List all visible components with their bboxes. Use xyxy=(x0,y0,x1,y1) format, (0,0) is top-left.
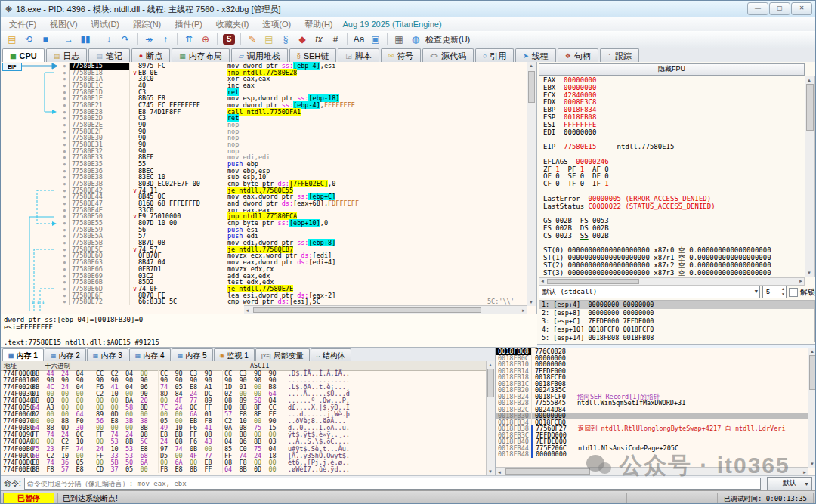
hash-icon[interactable]: # xyxy=(328,32,343,46)
register-line[interactable]: LastStatus C0000022 (STATUS_ACCESS_DENIE… xyxy=(543,203,803,211)
bookmarks-icon[interactable]: § xyxy=(278,32,293,46)
pause-icon[interactable]: ▮▮ xyxy=(78,32,93,46)
menu-item-7[interactable]: 帮助(H) xyxy=(298,20,339,29)
menu-item-2[interactable]: 调试(D) xyxy=(85,20,126,29)
dump-tab-icon: ▦ xyxy=(178,350,184,361)
disasm-row[interactable]: ●77580E72 66:833E 5Ccmp word ptr ds:[esi… xyxy=(1,298,527,305)
dump-tab-结构体[interactable]: ∷结构体 xyxy=(311,348,351,361)
update-label[interactable]: 检查更新(U) xyxy=(425,34,470,45)
dump-tab-内存 2[interactable]: ▦内存 2 xyxy=(45,348,86,361)
dump-byte: 8B xyxy=(238,466,253,473)
status-bar: 已暂停 已到达系统断点! 已调试时间: 0:00:13:35 xyxy=(1,490,816,504)
menu-item-1[interactable]: 视图(V) xyxy=(43,20,85,29)
tab-符号[interactable]: ✉符号 xyxy=(381,48,422,62)
seh-shield-icon[interactable]: S xyxy=(223,34,235,45)
dump-vscrollbar[interactable]: ▲ ▼ xyxy=(486,361,495,475)
arguments-view[interactable]: 1: [esp+4] 00000000 000000002: [esp+8] 0… xyxy=(539,300,815,342)
trace-into-icon[interactable]: ⇈ xyxy=(181,32,196,46)
step-out-icon[interactable]: ↑ xyxy=(158,32,173,46)
disassembly-panel[interactable]: EIP ●77580E15 8975 FCmov dword ptr ss:[e… xyxy=(1,62,537,314)
dump-tab-内存 3[interactable]: ▦内存 3 xyxy=(87,348,128,361)
comments-icon[interactable]: ▤ xyxy=(261,32,277,46)
tab-笔记[interactable]: ▤笔记 xyxy=(88,48,130,62)
stop-icon[interactable]: ■ xyxy=(38,32,53,46)
arg-count-stepper[interactable]: 5▲▼ xyxy=(762,286,787,298)
tab-icon: ▱ xyxy=(239,50,244,62)
argument-row[interactable]: 4: [esp+10] 0018FCF0 0018FCF0 xyxy=(539,326,814,334)
fx-icon[interactable]: fx xyxy=(311,32,326,46)
settings-icon[interactable]: ▣ xyxy=(368,32,383,46)
tab-线程[interactable]: ➤线程 xyxy=(515,48,556,62)
menu-item-5[interactable]: 收藏夹(I) xyxy=(209,20,255,29)
stack-row[interactable]: 0018FB4800000000 xyxy=(496,451,808,458)
tab-label: 断点 xyxy=(146,50,162,62)
tab-源代码[interactable]: <>源代码 xyxy=(422,48,474,62)
register-line[interactable]: EIP 77580E15 ntdll.77580E15 xyxy=(543,144,803,151)
registers-vscrollbar[interactable]: ▲ ▼ xyxy=(805,76,815,277)
stack-panel[interactable]: 0018FB08776C08280018FB0C000000000018FB10… xyxy=(495,348,816,475)
register-line[interactable]: CS 0023 SS 002B xyxy=(543,233,803,240)
register-line[interactable]: EDI 00000000 xyxy=(543,129,803,137)
menu-item-4[interactable]: 插件(P) xyxy=(168,20,209,29)
disasm-address: 77580E72 xyxy=(69,298,129,305)
eraser-icon[interactable]: ◆ xyxy=(295,32,310,46)
argument-row[interactable]: 5: [esp+14] 0018FB08 0018FB08 xyxy=(539,334,814,342)
calculator-icon[interactable]: ▦ xyxy=(391,32,406,46)
patch-icon[interactable]: ✎ xyxy=(245,32,260,46)
tab-日志[interactable]: ▤日志 xyxy=(46,48,88,62)
argument-row[interactable]: 1: [esp+4] 00000000 00000000 xyxy=(539,301,814,309)
dump-panel[interactable]: ▦内存 1▦内存 2▦内存 3▦内存 4▦内存 5◉监视 1|x=|局部变量∷结… xyxy=(1,348,495,475)
open-file-icon[interactable]: ▤ xyxy=(5,32,20,46)
disasm-instruction: cmp word ptr ds:[esi],5C xyxy=(224,298,487,305)
tab-脚本[interactable]: ◲脚本 xyxy=(338,48,379,62)
tab-CPU[interactable]: ▦CPU xyxy=(2,48,45,62)
tab-跟踪[interactable]: ∴跟踪 xyxy=(600,48,639,62)
dump-tab-内存 4[interactable]: ▦内存 4 xyxy=(129,348,171,361)
step-over-icon[interactable]: ↷ xyxy=(118,32,133,46)
restart-icon[interactable]: ⟲ xyxy=(21,32,36,46)
title-bar[interactable]: ❋ 18.exe - PID: 4396 - 模块: ntdll.dll - 线… xyxy=(1,1,816,18)
run-icon[interactable]: → xyxy=(61,32,76,46)
stack-vscrollbar[interactable]: ▲ ▼ xyxy=(808,348,816,468)
step-into-icon[interactable]: ↓ xyxy=(101,32,116,46)
calling-convention-select[interactable]: 默认 (stdcall)▼ xyxy=(539,286,760,298)
registers-panel[interactable]: 隐藏FPU EAX 00000000EBX 00000000ECX 428400… xyxy=(537,62,816,345)
tab-引用[interactable]: ○引用 xyxy=(475,48,514,62)
argument-row[interactable]: 2: [esp+8] 00000000 00000000 xyxy=(539,309,814,317)
close-button[interactable]: ✕ xyxy=(791,2,812,15)
dump-tab-内存 1[interactable]: ▦内存 1 xyxy=(2,348,44,361)
tab-调用堆栈[interactable]: ▱调用堆栈 xyxy=(231,48,288,62)
menu-item-0[interactable]: 文件(F) xyxy=(2,20,43,29)
calling-convention-row: 默认 (stdcall)▼ 5▲▼ 解锁 xyxy=(539,286,815,298)
disassembly-vscrollbar[interactable]: ▲ ▼ xyxy=(527,62,536,306)
stack-hscrollbar[interactable]: ◄ ► xyxy=(496,467,808,475)
argument-row[interactable]: 3: [esp+C] 7EFDE000 7EFDE000 xyxy=(539,317,814,326)
menu-item-3[interactable]: 跟踪(N) xyxy=(126,20,168,29)
unlock-checkbox[interactable] xyxy=(789,288,798,297)
tab-句柄[interactable]: ❖句柄 xyxy=(558,48,598,62)
dump-byte: FF xyxy=(203,466,218,473)
tab-SEH链[interactable]: §SEH链 xyxy=(289,48,337,62)
disasm-comment xyxy=(487,273,527,280)
menu-item-6[interactable]: 选项(O) xyxy=(255,20,298,29)
tab-断点[interactable]: ●断点 xyxy=(131,48,170,62)
register-line[interactable]: CF 0 TF 0 IF 1 xyxy=(543,181,803,188)
toolbar-separator xyxy=(347,33,348,45)
dump-tab-局部变量[interactable]: |x=|局部变量 xyxy=(255,348,310,361)
default-dropdown-button[interactable]: 默认▼ xyxy=(767,477,812,490)
update-globe-icon[interactable]: ◍ xyxy=(408,32,423,46)
attach-icon[interactable]: ⊕ xyxy=(198,32,213,46)
registers-hscrollbar[interactable]: ◄ ► xyxy=(539,277,805,286)
maximize-button[interactable]: ▢ xyxy=(769,2,790,15)
disassembly-hscrollbar[interactable]: ◄ ► xyxy=(244,305,527,314)
font-icon[interactable]: Aa xyxy=(351,32,366,46)
execute-till-return-icon[interactable]: ↠ xyxy=(141,32,156,46)
dump-tab-监视 1[interactable]: ◉监视 1 xyxy=(214,348,255,361)
dump-row[interactable]: 774F00E08BF857E8CD370500FBE88BFF648B0D00… xyxy=(1,466,486,473)
minimize-button[interactable]: — xyxy=(747,2,768,15)
hide-fpu-button[interactable]: 隐藏FPU xyxy=(539,63,805,76)
register-line[interactable]: ST(3) 00000000000000000000 x87r3 空 0.000… xyxy=(543,270,803,277)
command-input[interactable] xyxy=(24,478,761,490)
dump-tab-内存 5[interactable]: ▦内存 5 xyxy=(172,348,213,361)
tab-内存布局[interactable]: ▦内存布局 xyxy=(172,48,230,62)
